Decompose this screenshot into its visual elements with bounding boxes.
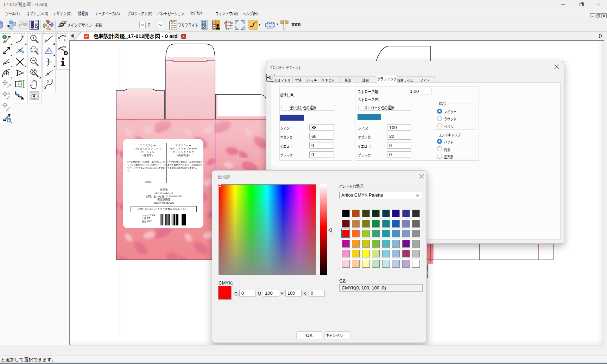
svg-text:3: 3 <box>8 92 10 96</box>
svg-text:1: 1 <box>44 85 46 89</box>
svg-text:R: R <box>6 71 9 76</box>
svg-text:2: 2 <box>47 80 49 84</box>
svg-text:3: 3 <box>51 79 53 83</box>
